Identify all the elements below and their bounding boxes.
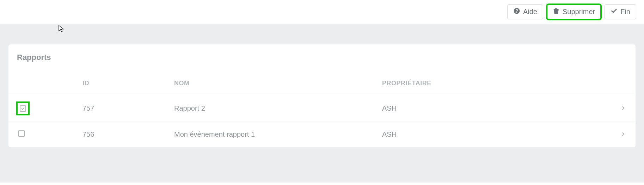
col-header-name: NOM: [171, 75, 379, 95]
col-header-id: ID: [79, 75, 171, 95]
delete-label: Supprimer: [563, 8, 595, 16]
row-owner: ASH: [379, 122, 607, 147]
card-title: Rapports: [8, 53, 636, 75]
finish-label: Fin: [620, 8, 630, 16]
col-header-checkbox: [8, 75, 79, 95]
col-header-owner: PROPRIÉTAIRE: [379, 75, 607, 95]
col-header-arrow: [607, 75, 636, 95]
help-button[interactable]: Aide: [507, 4, 543, 19]
check-icon: [611, 7, 618, 16]
row-name: Mon événement rapport 1: [171, 122, 379, 147]
svg-point-1: [516, 12, 517, 13]
row-owner: ASH: [379, 95, 607, 122]
toolbar: Aide Supprimer Fin: [0, 0, 644, 24]
page-body: Rapports ID NOM PROPRIÉTAIRE 757Rapport …: [0, 24, 644, 183]
row-id: 756: [79, 122, 171, 147]
delete-button[interactable]: Supprimer: [547, 4, 601, 19]
table-row[interactable]: 756Mon événement rapport 1ASH: [8, 122, 636, 147]
table-row[interactable]: 757Rapport 2ASH: [8, 95, 636, 122]
finish-button[interactable]: Fin: [605, 4, 636, 19]
chevron-right-icon[interactable]: [607, 122, 636, 147]
row-checkbox[interactable]: [20, 105, 26, 112]
row-id: 757: [79, 95, 171, 122]
row-name: Rapport 2: [171, 95, 379, 122]
reports-card: Rapports ID NOM PROPRIÉTAIRE 757Rapport …: [8, 44, 636, 147]
help-label: Aide: [523, 8, 537, 16]
chevron-right-icon[interactable]: [607, 95, 636, 122]
help-icon: [513, 7, 520, 16]
reports-table: ID NOM PROPRIÉTAIRE 757Rapport 2ASH756Mo…: [8, 75, 636, 147]
trash-icon: [553, 7, 560, 16]
row-checkbox[interactable]: [18, 130, 25, 137]
